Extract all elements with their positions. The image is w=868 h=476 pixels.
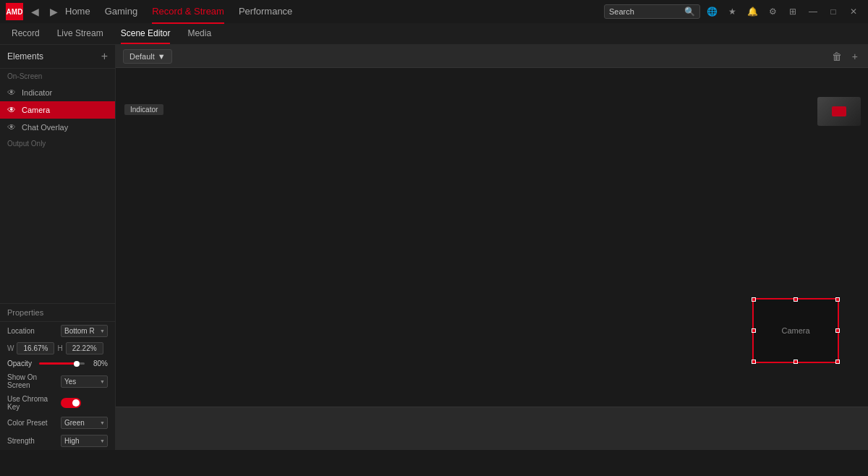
element-chat-overlay-label: Chat Overlay (22, 123, 68, 132)
opacity-thumb (74, 361, 80, 367)
opacity-label: Opacity (7, 360, 36, 367)
resize-handle-mr[interactable] (835, 328, 840, 333)
titlebar-left: AMD ◀ ▶ Home Gaming Record & Stream Perf… (6, 0, 292, 25)
resize-handle-bl[interactable] (752, 360, 756, 364)
show-on-screen-label: Show On Screen (7, 373, 58, 389)
properties-section: Properties Location Bottom R... Bottom L… (0, 303, 115, 450)
search-input[interactable] (609, 7, 681, 16)
opacity-value: 80% (88, 360, 108, 367)
eye-icon-indicator: 👁 (7, 88, 16, 98)
bell-icon[interactable]: 🔔 (744, 3, 761, 20)
main-layout: Elements + On-Screen 👁 Indicator 👁 Camer… (0, 45, 868, 450)
resize-handle-br[interactable] (835, 360, 840, 364)
back-button[interactable]: ◀ (26, 3, 43, 20)
chroma-key-label: Use Chroma Key (7, 395, 58, 411)
eye-icon-chat: 👁 (7, 122, 16, 132)
canvas-actions: 🗑 + (829, 49, 861, 64)
star-icon[interactable]: ★ (723, 3, 741, 20)
resize-handle-bm[interactable] (793, 360, 798, 364)
globe-icon[interactable]: 🌐 (703, 3, 720, 20)
delete-scene-button[interactable]: 🗑 (829, 49, 845, 64)
left-panel: Elements + On-Screen 👁 Indicator 👁 Camer… (0, 45, 116, 450)
group-output-only: Output Only (0, 136, 115, 151)
titlebar-nav: ◀ ▶ (26, 3, 62, 20)
element-camera[interactable]: 👁 Camera (0, 101, 115, 119)
strength-row: Strength High Medium Low (0, 432, 115, 450)
elements-title: Elements (7, 51, 43, 61)
search-bar[interactable]: 🔍 (604, 4, 700, 19)
canvas-toolbar: Default ▼ 🗑 + (116, 45, 868, 68)
location-label: Location (7, 327, 58, 335)
nav-home[interactable]: Home (65, 0, 90, 24)
minimize-button[interactable]: — (804, 3, 822, 20)
strength-select[interactable]: High Medium Low (61, 435, 108, 447)
grid-icon[interactable]: ⊞ (784, 3, 801, 20)
chroma-key-toggle[interactable] (61, 398, 81, 408)
titlebar-right: 🔍 🌐 ★ 🔔 ⚙ ⊞ — □ ✕ (604, 3, 862, 20)
canvas-main: Indicator Camera (116, 68, 868, 407)
canvas-indicator-label: Indicator (124, 104, 163, 115)
opacity-row: Opacity 80% (0, 357, 115, 370)
element-chat-overlay[interactable]: 👁 Chat Overlay (0, 119, 115, 136)
nav-gaming[interactable]: Gaming (105, 0, 138, 24)
w-label: W (7, 344, 14, 352)
strength-label: Strength (7, 437, 58, 445)
subnav-live-stream[interactable]: Live Stream (57, 24, 103, 44)
add-element-button[interactable]: + (101, 51, 108, 62)
canvas-area: Default ▼ 🗑 + Indicator (116, 45, 868, 450)
location-row: Location Bottom R... Bottom L... Top R..… (0, 322, 115, 340)
nav-performance[interactable]: Performance (239, 0, 292, 24)
height-input[interactable] (66, 342, 103, 354)
subnav-record[interactable]: Record (12, 24, 40, 44)
resize-handle-ml[interactable] (752, 328, 756, 333)
top-navigation: Home Gaming Record & Stream Performance (65, 0, 292, 25)
titlebar: AMD ◀ ▶ Home Gaming Record & Stream Perf… (0, 0, 868, 23)
camera-selection-box[interactable]: Camera (752, 298, 839, 363)
amd-logo: AMD (6, 3, 23, 20)
sub-navigation: Record Live Stream Scene Editor Media (0, 23, 868, 45)
show-on-screen-select-wrap: Yes No (61, 375, 108, 388)
forward-button[interactable]: ▶ (45, 3, 62, 20)
element-indicator-label: Indicator (22, 88, 52, 97)
h-label: H (57, 344, 62, 352)
elements-header: Elements + (0, 45, 115, 69)
show-on-screen-select[interactable]: Yes No (61, 375, 108, 388)
scene-label: Default (129, 52, 155, 61)
location-select-wrap: Bottom R... Bottom L... Top R... Top L..… (61, 325, 108, 337)
scene-dropdown-icon: ▼ (158, 52, 166, 61)
width-input[interactable] (17, 342, 54, 354)
eye-icon-camera: 👁 (7, 105, 16, 115)
show-on-screen-row: Show On Screen Yes No (0, 370, 115, 392)
wh-row: W H (0, 340, 115, 357)
opacity-slider[interactable] (39, 362, 85, 365)
resize-handle-tr[interactable] (835, 297, 840, 302)
maximize-button[interactable]: □ (825, 3, 842, 20)
camera-box-label: Camera (781, 326, 809, 335)
color-preset-select[interactable]: Green Blue Custom (61, 417, 108, 429)
location-select[interactable]: Bottom R... Bottom L... Top R... Top L..… (61, 325, 108, 337)
group-on-screen: On-Screen (0, 69, 115, 84)
nav-record-stream[interactable]: Record & Stream (152, 0, 224, 24)
add-scene-button[interactable]: + (849, 49, 861, 64)
subnav-scene-editor[interactable]: Scene Editor (121, 24, 171, 44)
strength-select-wrap: High Medium Low (61, 435, 108, 447)
preview-overlay (817, 97, 861, 126)
close-button[interactable]: ✕ (845, 3, 862, 20)
search-icon: 🔍 (684, 7, 695, 17)
color-preset-select-wrap: Green Blue Custom (61, 417, 108, 429)
resize-handle-tl[interactable] (752, 297, 756, 302)
color-preset-label: Color Preset (7, 419, 58, 427)
element-indicator[interactable]: 👁 Indicator (0, 84, 115, 101)
subnav-media[interactable]: Media (187, 24, 211, 44)
properties-header: Properties (0, 304, 115, 322)
chroma-key-row: Use Chroma Key (0, 392, 115, 414)
settings-icon[interactable]: ⚙ (764, 3, 781, 20)
color-preset-row: Color Preset Green Blue Custom (0, 414, 115, 432)
scene-select[interactable]: Default ▼ (123, 49, 172, 64)
resize-handle-tm[interactable] (793, 297, 798, 302)
canvas-bottom (116, 407, 868, 450)
element-camera-label: Camera (22, 106, 50, 114)
